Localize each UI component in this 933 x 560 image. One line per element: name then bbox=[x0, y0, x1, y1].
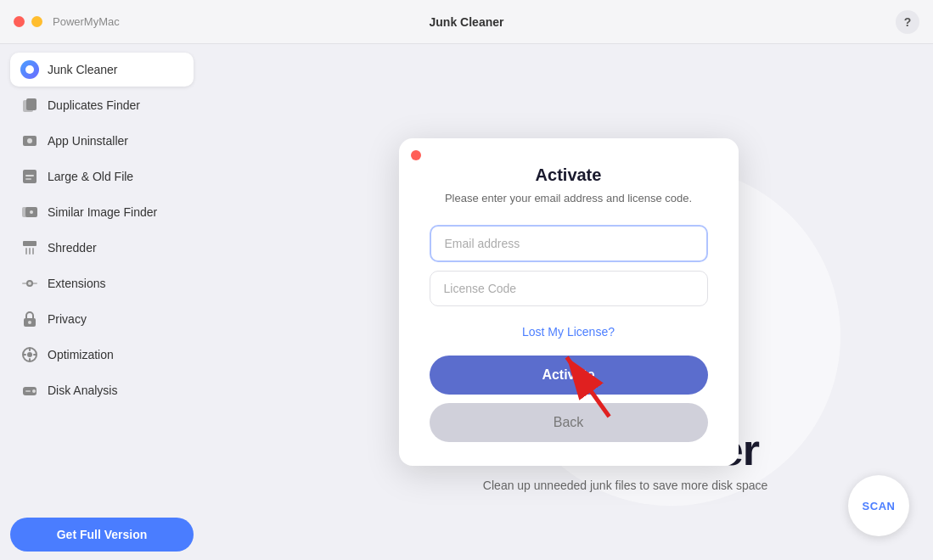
back-button[interactable]: Back bbox=[430, 403, 708, 442]
sidebar-item-label: Optimization bbox=[48, 348, 114, 361]
page-title: Junk Cleaner bbox=[430, 15, 504, 29]
license-input[interactable] bbox=[430, 271, 708, 306]
help-button[interactable]: ? bbox=[896, 10, 919, 34]
email-input[interactable] bbox=[430, 225, 708, 262]
sidebar-item-privacy[interactable]: Privacy bbox=[10, 302, 194, 336]
svg-rect-6 bbox=[25, 178, 31, 180]
sidebar-item-shredder[interactable]: Shredder bbox=[10, 231, 194, 265]
get-full-version-button[interactable]: Get Full Version bbox=[10, 518, 194, 552]
svg-point-9 bbox=[30, 210, 33, 214]
sidebar-item-label: Junk Cleaner bbox=[48, 63, 118, 76]
sidebar-item-label: Large & Old File bbox=[48, 170, 133, 183]
activate-modal: Activate Please enter your email address… bbox=[399, 138, 739, 466]
image-finder-icon bbox=[20, 203, 39, 221]
modal-title: Activate bbox=[430, 165, 708, 185]
svg-rect-23 bbox=[23, 354, 26, 356]
sidebar-item-label: Disk Analysis bbox=[48, 384, 117, 397]
duplicates-icon bbox=[20, 96, 39, 115]
svg-rect-21 bbox=[29, 348, 31, 351]
shredder-icon bbox=[20, 238, 39, 257]
svg-point-16 bbox=[28, 282, 31, 285]
main-layout: Junk Cleaner Duplicates Finder App Unins… bbox=[0, 44, 933, 560]
sidebar-item-label: Extensions bbox=[48, 277, 105, 290]
junk-cleaner-icon bbox=[20, 60, 39, 79]
titlebar: PowerMyMac Junk Cleaner ? bbox=[0, 0, 933, 44]
sidebar-item-junk-cleaner[interactable]: Junk Cleaner bbox=[10, 53, 194, 87]
large-file-icon bbox=[20, 167, 39, 186]
activate-button[interactable]: Activate bbox=[430, 356, 708, 395]
sidebar-item-similar-image-finder[interactable]: Similar Image Finder bbox=[10, 195, 194, 229]
sidebar-item-app-uninstaller[interactable]: App Uninstaller bbox=[10, 124, 194, 158]
sidebar-item-disk-analysis[interactable]: Disk Analysis bbox=[10, 373, 194, 407]
sidebar-item-label: App Uninstaller bbox=[48, 134, 128, 148]
svg-point-26 bbox=[32, 389, 36, 393]
sidebar-item-label: Shredder bbox=[48, 241, 97, 255]
lost-license-link[interactable]: Lost My License? bbox=[430, 325, 708, 339]
svg-rect-10 bbox=[23, 241, 37, 246]
svg-rect-22 bbox=[29, 358, 31, 361]
sidebar: Junk Cleaner Duplicates Finder App Unins… bbox=[0, 44, 204, 560]
modal-subtitle: Please enter your email address and lice… bbox=[430, 192, 708, 204]
modal-overlay: Activate Please enter your email address… bbox=[204, 44, 933, 560]
svg-rect-5 bbox=[25, 175, 34, 176]
disk-analysis-icon bbox=[20, 381, 39, 400]
optimization-icon bbox=[20, 345, 39, 364]
modal-close-dot[interactable] bbox=[411, 150, 421, 160]
svg-rect-12 bbox=[29, 248, 31, 255]
svg-rect-1 bbox=[26, 98, 37, 110]
extensions-icon bbox=[20, 274, 39, 293]
sidebar-item-extensions[interactable]: Extensions bbox=[10, 266, 194, 300]
svg-rect-24 bbox=[33, 354, 37, 356]
sidebar-item-label: Similar Image Finder bbox=[48, 205, 157, 219]
app-uninstaller-icon bbox=[20, 132, 39, 150]
sidebar-item-large-old-file[interactable]: Large & Old File bbox=[10, 160, 194, 193]
sidebar-spacer bbox=[10, 409, 194, 509]
close-button[interactable] bbox=[14, 16, 25, 27]
svg-rect-11 bbox=[25, 248, 27, 255]
svg-point-20 bbox=[27, 352, 32, 357]
app-name: PowerMyMac bbox=[53, 15, 120, 28]
minimize-button[interactable] bbox=[31, 16, 42, 27]
sidebar-item-label: Privacy bbox=[48, 312, 87, 326]
content-area: Junk Cleaner Clean up unneeded junk file… bbox=[204, 44, 933, 560]
svg-point-18 bbox=[28, 321, 31, 324]
privacy-icon bbox=[20, 310, 39, 328]
svg-point-3 bbox=[27, 138, 32, 143]
sidebar-item-duplicates-finder[interactable]: Duplicates Finder bbox=[10, 88, 194, 122]
sidebar-item-optimization[interactable]: Optimization bbox=[10, 338, 194, 372]
sidebar-item-label: Duplicates Finder bbox=[48, 98, 140, 112]
traffic-lights bbox=[14, 16, 42, 27]
svg-rect-27 bbox=[25, 390, 31, 392]
svg-rect-13 bbox=[32, 248, 34, 255]
